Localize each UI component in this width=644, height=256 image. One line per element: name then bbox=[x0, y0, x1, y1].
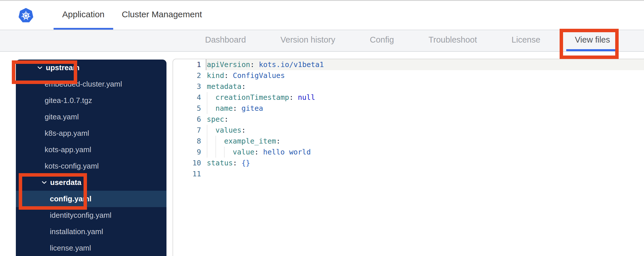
line-number: 10 bbox=[173, 158, 206, 169]
tree-item-label: kots-app.yaml bbox=[45, 145, 91, 154]
tree-item-label: userdata bbox=[50, 178, 81, 187]
app-header: ApplicationCluster Management bbox=[0, 1, 644, 30]
tree-item-label: config.yaml bbox=[50, 194, 91, 203]
code-token-value: kots.io/v1beta1 bbox=[259, 60, 324, 69]
code-token-punc: : bbox=[254, 148, 263, 156]
code-token-key: example_item bbox=[224, 137, 276, 145]
tree-item-label: identityconfig.yaml bbox=[50, 211, 111, 220]
tree-file-gitea-yaml[interactable]: gitea.yaml bbox=[16, 109, 166, 125]
indent-guide bbox=[207, 147, 215, 158]
code-line-content: example_item: bbox=[206, 136, 644, 147]
indent-guide bbox=[207, 92, 215, 103]
tree-file-identityconfig-yaml[interactable]: identityconfig.yaml bbox=[16, 207, 166, 223]
code-token-punc: : bbox=[241, 82, 246, 91]
code-line-10: 10status: {} bbox=[173, 158, 644, 169]
code-line-7: 7values: bbox=[173, 125, 644, 136]
tree-item-label: license.yaml bbox=[50, 244, 91, 253]
code-line-content: creationTimestamp: null bbox=[206, 92, 644, 103]
line-number: 8 bbox=[173, 136, 206, 147]
code-token-key: name bbox=[215, 104, 233, 112]
chevron-down-icon bbox=[42, 181, 47, 184]
code-line-5: 5name: gitea bbox=[173, 103, 644, 114]
code-line-content: name: gitea bbox=[206, 103, 644, 114]
code-token-punc: : bbox=[233, 104, 241, 112]
code-token-keyword: null bbox=[298, 93, 315, 102]
tree-file-k8s-app-yaml[interactable]: k8s-app.yaml bbox=[16, 125, 166, 142]
code-line-3: 3metadata: bbox=[173, 81, 644, 92]
subnav-tab-dashboard[interactable]: Dashboard bbox=[196, 30, 255, 51]
header-tab-application[interactable]: Application bbox=[54, 1, 113, 30]
code-token-punc: : bbox=[241, 126, 246, 134]
code-token-key: values bbox=[215, 126, 241, 134]
tree-item-label: gitea-1.0.7.tgz bbox=[45, 96, 92, 105]
tree-file-kots-app-yaml[interactable]: kots-app.yaml bbox=[16, 142, 166, 158]
code-line-8: 8example_item: bbox=[173, 136, 644, 147]
indent-guide bbox=[207, 125, 215, 136]
subnav-tab-troubleshoot[interactable]: Troubleshoot bbox=[420, 30, 486, 51]
subnav-tab-license[interactable]: License bbox=[503, 30, 549, 51]
tree-item-label: kots-config.yaml bbox=[45, 162, 99, 171]
line-number: 5 bbox=[173, 103, 206, 114]
subnav-tab-config[interactable]: Config bbox=[361, 30, 403, 51]
indent-guide bbox=[224, 147, 233, 158]
kubernetes-logo[interactable] bbox=[18, 7, 34, 24]
code-token-key: metadata bbox=[207, 82, 241, 91]
main-area: upstreamembedded-cluster.yamlgitea-1.0.7… bbox=[0, 52, 644, 255]
tree-folder-userdata[interactable]: userdata bbox=[16, 174, 166, 191]
code-token-value: gitea bbox=[241, 104, 263, 112]
code-line-content: value: hello world bbox=[206, 147, 644, 158]
code-token-punc: : bbox=[233, 159, 241, 167]
line-number: 2 bbox=[173, 70, 206, 81]
line-number: 1 bbox=[173, 59, 206, 70]
tree-file-gitea-1-0-7-tgz[interactable]: gitea-1.0.7.tgz bbox=[16, 92, 166, 109]
indent-guide bbox=[207, 136, 215, 147]
tree-file-kots-config-yaml[interactable]: kots-config.yaml bbox=[16, 158, 166, 174]
chevron-down-icon bbox=[37, 66, 42, 69]
code-token-key: kind bbox=[207, 71, 224, 80]
header-tab-cluster-management[interactable]: Cluster Management bbox=[113, 1, 211, 30]
kubernetes-logo-icon bbox=[18, 7, 34, 24]
code-line-content: apiVersion: kots.io/v1beta1 bbox=[206, 59, 644, 70]
code-line-content: kind: ConfigValues bbox=[206, 70, 644, 81]
code-token-brace: {} bbox=[241, 159, 250, 167]
subnav-tab-view-files[interactable]: View files bbox=[566, 30, 619, 51]
code-line-content: status: {} bbox=[206, 158, 644, 169]
tree-item-label: k8s-app.yaml bbox=[45, 129, 89, 138]
line-number: 6 bbox=[173, 114, 206, 125]
line-number: 3 bbox=[173, 81, 206, 92]
code-line-content bbox=[206, 169, 644, 179]
tree-file-installation-yaml[interactable]: installation.yaml bbox=[16, 223, 166, 240]
code-token-key: status bbox=[207, 159, 233, 167]
code-token-key: spec bbox=[207, 115, 224, 123]
tree-item-label: gitea.yaml bbox=[45, 112, 79, 121]
code-token-value: ConfigValues bbox=[233, 71, 285, 80]
tree-item-label: upstream bbox=[46, 63, 79, 72]
code-line-2: 2kind: ConfigValues bbox=[173, 70, 644, 81]
code-token-punc: : bbox=[289, 93, 298, 102]
code-line-1: 1apiVersion: kots.io/v1beta1 bbox=[173, 59, 644, 70]
line-number: 9 bbox=[173, 147, 206, 158]
tree-file-config-yaml[interactable]: config.yaml bbox=[16, 191, 166, 207]
app-subnav: DashboardVersion historyConfigTroublesho… bbox=[0, 30, 644, 52]
indent-guide bbox=[215, 147, 224, 158]
code-token-key: value bbox=[233, 148, 254, 156]
tree-item-label: embedded-cluster.yaml bbox=[45, 80, 122, 89]
code-line-6: 6spec: bbox=[173, 114, 644, 125]
code-line-content: metadata: bbox=[206, 81, 644, 92]
tree-folder-upstream[interactable]: upstream bbox=[16, 60, 166, 76]
yaml-file-viewer[interactable]: 1apiVersion: kots.io/v1beta12kind: Confi… bbox=[173, 59, 644, 256]
line-number: 11 bbox=[173, 169, 206, 179]
tree-file-embedded-cluster-yaml[interactable]: embedded-cluster.yaml bbox=[16, 76, 166, 92]
code-token-punc: : bbox=[224, 71, 233, 80]
indent-guide bbox=[215, 136, 224, 147]
header-tabs: ApplicationCluster Management bbox=[54, 1, 211, 30]
code-line-11: 11 bbox=[173, 169, 644, 179]
tree-file-license-yaml[interactable]: license.yaml bbox=[16, 240, 166, 256]
code-token-punc: : bbox=[250, 60, 259, 69]
code-line-content: values: bbox=[206, 125, 644, 136]
code-line-4: 4creationTimestamp: null bbox=[173, 92, 644, 103]
line-number: 7 bbox=[173, 125, 206, 136]
code-line-9: 9value: hello world bbox=[173, 147, 644, 158]
line-number: 4 bbox=[173, 92, 206, 103]
subnav-tab-version-history[interactable]: Version history bbox=[272, 30, 344, 51]
